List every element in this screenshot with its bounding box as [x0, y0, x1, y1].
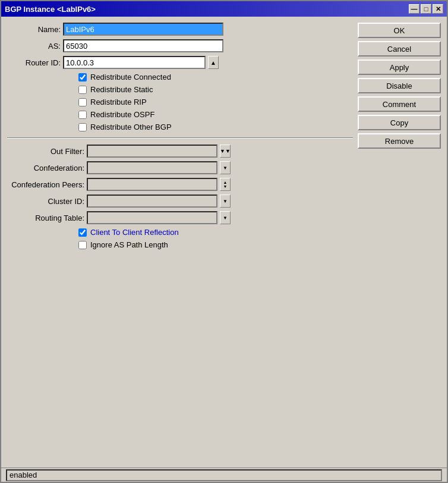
minimize-button[interactable]: —	[409, 4, 419, 14]
title-bar: BGP Instance <LabIPv6> — □ ✕	[1, 1, 447, 17]
redistribute-connected-row: Redistribute Connected	[7, 73, 353, 81]
confederation-dropdown-button[interactable]: ▼	[220, 161, 231, 174]
out-filter-dropdown-button[interactable]: ▼▼	[220, 145, 231, 158]
name-input[interactable]	[63, 23, 223, 36]
copy-button[interactable]: Copy	[358, 115, 441, 130]
ignore-as-path-row: Ignore AS Path Length	[7, 240, 353, 249]
client-to-client-label: Client To Client Reflection	[90, 228, 179, 237]
status-text: enabled	[10, 471, 37, 479]
comment-button[interactable]: Comment	[358, 96, 441, 112]
status-bar: enabled	[1, 468, 447, 482]
routing-table-label: Routing Table:	[7, 214, 84, 222]
redistribute-rip-label: Redistribute RIP	[90, 98, 147, 106]
routing-table-row: Routing Table: ▼	[7, 211, 353, 224]
cluster-id-dropdown-button[interactable]: ▼	[220, 195, 231, 208]
out-filter-label: Out Filter:	[7, 147, 84, 156]
redistribute-other-bgp-checkbox[interactable]	[78, 123, 87, 131]
cluster-id-input[interactable]	[87, 195, 217, 208]
confederation-peers-row: Confederation Peers: ▲▼	[7, 178, 353, 191]
title-bar-buttons: — □ ✕	[409, 4, 443, 14]
disable-button[interactable]: Disable	[358, 78, 441, 93]
cancel-button[interactable]: Cancel	[358, 41, 441, 57]
redistribute-static-row: Redistribute Static	[7, 85, 353, 94]
redistribute-static-label: Redistribute Static	[90, 85, 153, 94]
confederation-row: Confederation: ▼	[7, 161, 353, 174]
cluster-id-row: Cluster ID: ▼	[7, 195, 353, 208]
left-panel: Name: AS: Router ID: ▲ Redistribute Conn…	[7, 23, 353, 462]
close-button[interactable]: ✕	[433, 4, 443, 14]
cluster-id-label: Cluster ID:	[7, 197, 84, 206]
apply-button[interactable]: Apply	[358, 59, 441, 75]
confederation-label: Confederation:	[7, 164, 84, 172]
router-id-row: Router ID: ▲	[7, 56, 353, 69]
redistribute-ospf-row: Redistribute OSPF	[7, 110, 353, 119]
ignore-as-path-label: Ignore AS Path Length	[90, 240, 168, 249]
divider-1	[7, 137, 353, 139]
redistribute-connected-label: Redistribute Connected	[90, 73, 171, 81]
name-row: Name:	[7, 23, 353, 36]
out-filter-input[interactable]	[87, 145, 217, 158]
restore-button[interactable]: □	[421, 4, 431, 14]
redistribute-static-checkbox[interactable]	[78, 86, 87, 94]
router-id-input[interactable]	[63, 56, 206, 69]
main-window: BGP Instance <LabIPv6> — □ ✕ Name: AS: R…	[0, 0, 448, 483]
redistribute-other-bgp-row: Redistribute Other BGP	[7, 123, 353, 131]
routing-table-input[interactable]	[87, 211, 217, 224]
redistribute-ospf-label: Redistribute OSPF	[90, 110, 154, 119]
name-label: Name:	[7, 25, 61, 34]
redistribute-other-bgp-label: Redistribute Other BGP	[90, 123, 172, 131]
content-area: Name: AS: Router ID: ▲ Redistribute Conn…	[1, 17, 447, 468]
routing-table-dropdown-button[interactable]: ▼	[220, 211, 231, 224]
redistribute-connected-checkbox[interactable]	[78, 73, 87, 81]
as-input[interactable]	[63, 39, 223, 52]
window-title: BGP Instance <LabIPv6>	[5, 5, 96, 14]
as-row: AS:	[7, 39, 353, 52]
remove-button[interactable]: Remove	[358, 133, 441, 149]
ok-button[interactable]: OK	[358, 23, 441, 38]
confederation-peers-input[interactable]	[87, 178, 217, 191]
right-panel: OK Cancel Apply Disable Comment Copy Rem…	[358, 23, 441, 462]
ignore-as-path-checkbox[interactable]	[78, 241, 87, 249]
client-to-client-checkbox[interactable]	[78, 228, 87, 237]
redistribute-rip-row: Redistribute RIP	[7, 98, 353, 106]
confederation-input[interactable]	[87, 161, 217, 174]
out-filter-row: Out Filter: ▼▼	[7, 145, 353, 158]
router-id-label: Router ID:	[7, 58, 61, 67]
router-id-spin-button[interactable]: ▲	[208, 56, 219, 69]
confederation-peers-label: Confederation Peers:	[7, 180, 84, 189]
status-inset: enabled	[6, 469, 442, 481]
client-to-client-row: Client To Client Reflection	[7, 228, 353, 237]
redistribute-ospf-checkbox[interactable]	[78, 111, 87, 119]
redistribute-rip-checkbox[interactable]	[78, 98, 87, 106]
confederation-peers-spin-button[interactable]: ▲▼	[220, 178, 231, 191]
as-label: AS:	[7, 42, 61, 51]
